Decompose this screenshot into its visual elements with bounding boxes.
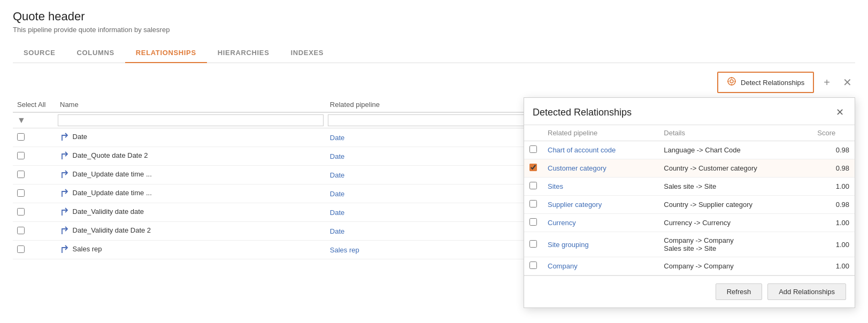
related-pipeline-link[interactable]: Date bbox=[330, 227, 344, 235]
panel-title: Detected Relationships bbox=[533, 107, 632, 118]
row-select-checkbox[interactable] bbox=[17, 227, 25, 234]
panel-related-pipeline-cell: Chart of account code bbox=[542, 141, 658, 159]
detected-panel-table: Related pipeline Details Score Chart of … bbox=[524, 125, 855, 275]
tab-indexes[interactable]: INDEXES bbox=[280, 43, 334, 63]
row-name-cell: Date_Update date time ... bbox=[56, 184, 326, 203]
panel-score-cell: 1.00 bbox=[812, 257, 855, 275]
panel-row-checkbox[interactable] bbox=[529, 218, 537, 226]
tab-source[interactable]: SOURCE bbox=[13, 43, 66, 63]
panel-footer: Refresh Add Relationships bbox=[524, 275, 855, 307]
relation-icon bbox=[60, 226, 71, 236]
filter-icon: ▼ bbox=[15, 114, 28, 126]
panel-pipeline-link[interactable]: Chart of account code bbox=[548, 146, 616, 154]
row-name-cell: Date bbox=[56, 128, 326, 147]
panel-close-button[interactable]: ✕ bbox=[834, 105, 846, 119]
panel-row-checkbox[interactable] bbox=[529, 200, 537, 207]
panel-details-cell: Company -> CompanySales site -> Site bbox=[658, 232, 812, 257]
panel-checkbox-cell bbox=[524, 257, 542, 275]
related-pipeline-link[interactable]: Sales rep bbox=[330, 246, 359, 254]
panel-details-cell: Country -> Customer category bbox=[658, 159, 812, 178]
panel-header: Detected Relationships ✕ bbox=[524, 98, 855, 125]
tab-hierarchies[interactable]: HIERARCHIES bbox=[207, 43, 280, 63]
panel-related-pipeline-cell: Company bbox=[542, 257, 658, 275]
panel-row-checkbox[interactable] bbox=[529, 164, 537, 171]
row-checkbox-cell bbox=[13, 166, 56, 184]
panel-pipeline-link[interactable]: Company bbox=[548, 262, 578, 270]
panel-details-cell: Sales site -> Site bbox=[658, 178, 812, 196]
tab-columns[interactable]: COLUMNS bbox=[66, 43, 125, 63]
close-toolbar-button[interactable]: ✕ bbox=[840, 74, 855, 91]
panel-details-cell: Company -> Company bbox=[658, 257, 812, 275]
panel-score-header: Score bbox=[812, 125, 855, 141]
detect-icon bbox=[727, 76, 736, 88]
panel-checkbox-cell bbox=[524, 141, 542, 159]
panel-pipeline-link[interactable]: Currency bbox=[548, 219, 576, 227]
panel-table-row: Chart of account code Language -> Chart … bbox=[524, 141, 855, 159]
add-button[interactable]: + bbox=[820, 74, 833, 91]
detect-relationships-button[interactable]: Detect Relationships bbox=[717, 72, 814, 93]
panel-related-pipeline-cell: Sites bbox=[542, 178, 658, 196]
row-select-checkbox[interactable] bbox=[17, 171, 25, 178]
panel-details-header: Details bbox=[658, 125, 812, 141]
panel-score-cell: 0.98 bbox=[812, 196, 855, 214]
panel-pipeline-link[interactable]: Supplier category bbox=[548, 201, 602, 209]
row-select-checkbox[interactable] bbox=[17, 245, 25, 253]
content-area: Select All Name Related pipeline Details… bbox=[13, 97, 855, 259]
panel-pipeline-link[interactable]: Site grouping bbox=[548, 241, 589, 249]
detect-relationships-label: Detect Relationships bbox=[741, 79, 804, 87]
panel-pipeline-link[interactable]: Customer category bbox=[548, 164, 606, 172]
panel-score-cell: 1.00 bbox=[812, 232, 855, 257]
add-relationships-button[interactable]: Add Relationships bbox=[767, 283, 846, 300]
related-pipeline-link[interactable]: Date bbox=[330, 171, 344, 179]
row-name-cell: Date_Validity date date bbox=[56, 203, 326, 222]
row-select-checkbox[interactable] bbox=[17, 133, 25, 141]
panel-related-pipeline-cell: Supplier category bbox=[542, 196, 658, 214]
page-title: Quote header bbox=[13, 10, 855, 24]
panel-row-checkbox[interactable] bbox=[529, 182, 537, 189]
panel-table-row: Company Company -> Company 1.00 bbox=[524, 257, 855, 275]
row-select-checkbox[interactable] bbox=[17, 208, 25, 216]
tab-relationships[interactable]: RELATIONSHIPS bbox=[125, 43, 207, 63]
panel-table-row: Sites Sales site -> Site 1.00 bbox=[524, 178, 855, 196]
name-header: Name bbox=[56, 97, 326, 112]
row-checkbox-cell bbox=[13, 241, 56, 259]
panel-related-pipeline-cell: Site grouping bbox=[542, 232, 658, 257]
panel-score-cell: 1.00 bbox=[812, 178, 855, 196]
panel-table-row: Currency Currency -> Currency 1.00 bbox=[524, 214, 855, 232]
panel-table-row: Site grouping Company -> CompanySales si… bbox=[524, 232, 855, 257]
related-pipeline-link[interactable]: Date bbox=[330, 152, 344, 160]
row-name-cell: Date_Quote date Date 2 bbox=[56, 147, 326, 166]
panel-details-cell: Country -> Supplier category bbox=[658, 196, 812, 214]
panel-details-cell: Currency -> Currency bbox=[658, 214, 812, 232]
row-checkbox-cell bbox=[13, 222, 56, 241]
panel-checkbox-cell bbox=[524, 159, 542, 178]
row-name-cell: Date_Validity date Date 2 bbox=[56, 222, 326, 241]
row-name-cell: Sales rep bbox=[56, 241, 326, 259]
relation-icon bbox=[60, 188, 71, 199]
row-checkbox-cell bbox=[13, 184, 56, 203]
relation-icon bbox=[60, 244, 71, 255]
panel-related-pipeline-cell: Currency bbox=[542, 214, 658, 232]
panel-related-pipeline-cell: Customer category bbox=[542, 159, 658, 178]
row-name-cell: Date_Update date time ... bbox=[56, 166, 326, 184]
panel-details-cell: Language -> Chart Code bbox=[658, 141, 812, 159]
refresh-button[interactable]: Refresh bbox=[716, 283, 763, 300]
panel-row-checkbox[interactable] bbox=[529, 262, 537, 269]
panel-row-checkbox[interactable] bbox=[529, 240, 537, 248]
detected-relationships-panel: Detected Relationships ✕ Related pipelin… bbox=[524, 97, 855, 308]
row-select-checkbox[interactable] bbox=[17, 189, 25, 197]
row-select-checkbox[interactable] bbox=[17, 152, 25, 159]
panel-row-checkbox[interactable] bbox=[529, 145, 537, 153]
related-pipeline-link[interactable]: Date bbox=[330, 190, 344, 198]
related-pipeline-link[interactable]: Date bbox=[330, 134, 344, 142]
name-filter-input[interactable] bbox=[58, 114, 324, 126]
relation-icon bbox=[60, 170, 71, 180]
panel-pipeline-link[interactable]: Sites bbox=[548, 182, 563, 190]
toolbar: Detect Relationships + ✕ bbox=[13, 63, 855, 97]
select-all-header: Select All bbox=[13, 97, 56, 112]
related-pipeline-link[interactable]: Date bbox=[330, 209, 344, 217]
panel-checkbox-cell bbox=[524, 196, 542, 214]
row-checkbox-cell bbox=[13, 203, 56, 222]
panel-table-row: Customer category Country -> Customer ca… bbox=[524, 159, 855, 178]
panel-score-cell: 0.98 bbox=[812, 159, 855, 178]
